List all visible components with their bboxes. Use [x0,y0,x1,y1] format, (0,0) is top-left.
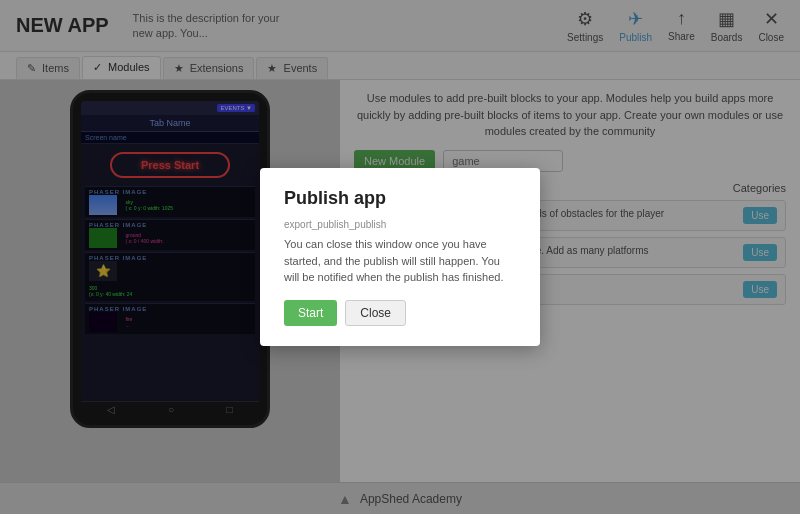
modal-title: Publish app [284,188,516,209]
modal-start-button[interactable]: Start [284,300,337,326]
publish-modal: Publish app export_publish_publish You c… [260,168,540,346]
modal-export-label: export_publish_publish [284,219,516,230]
modal-close-button[interactable]: Close [345,300,406,326]
modal-overlay: Publish app export_publish_publish You c… [0,0,800,514]
modal-description: You can close this window once you have … [284,236,516,286]
modal-buttons: Start Close [284,300,516,326]
